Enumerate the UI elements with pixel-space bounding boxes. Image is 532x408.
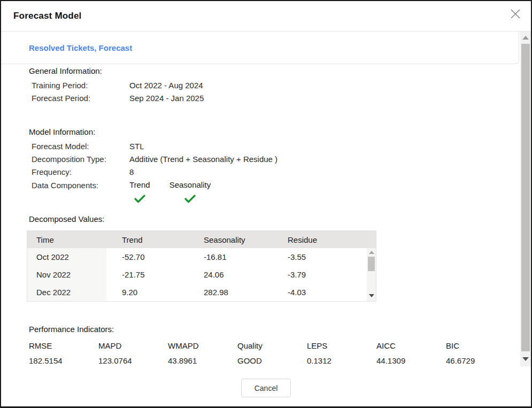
- check-icon: [134, 194, 145, 205]
- component-seasonality-name: Seasonality: [169, 180, 211, 190]
- performance-indicators-heading: Performance Indicators:: [29, 324, 531, 334]
- table-header-row: Time Trend Seasonality Residue: [27, 231, 376, 248]
- forecast-model-label: Forecast Model:: [29, 140, 129, 153]
- metric-quality: Quality GOOD: [237, 341, 307, 366]
- metric-label: MAPD: [98, 341, 168, 351]
- table-row: Dec 2022 9.20 282.98 -4.03: [27, 283, 367, 301]
- scroll-up-icon[interactable]: [522, 36, 529, 40]
- scrollbar-thumb[interactable]: [521, 44, 530, 351]
- dialog-footer: Cancel: [1, 368, 531, 406]
- cell-time: Dec 2022: [27, 283, 106, 301]
- col-header-residue: Residue: [272, 235, 376, 244]
- dialog-body: Resolved Tickets, Forecast General Infor…: [1, 32, 531, 368]
- model-information-heading: Model Information:: [29, 127, 531, 137]
- metric-label: LEPS: [307, 341, 376, 351]
- general-information-section: General Information: Training Period: Oc…: [1, 66, 531, 105]
- metric-value: 0.1312: [307, 356, 376, 366]
- frequency-label: Frequency:: [29, 166, 129, 179]
- training-period-row: Training Period: Oct 2022 - Aug 2024: [29, 79, 531, 92]
- decomposition-type-value: Additive (Trend + Seasonality + Residue …: [129, 153, 277, 166]
- forecast-period-value: Sep 2024 - Jan 2025: [129, 92, 204, 105]
- report-link[interactable]: Resolved Tickets, Forecast: [29, 43, 132, 52]
- table-row: Nov 2022 -21.75 24.06 -3.79: [27, 266, 367, 283]
- report-header-card: Resolved Tickets, Forecast: [1, 32, 519, 64]
- cell-time: Nov 2022: [27, 266, 106, 283]
- metric-value: 123.0764: [98, 356, 168, 366]
- metric-label: Quality: [237, 341, 307, 351]
- cancel-button[interactable]: Cancel: [241, 379, 291, 397]
- metric-label: BIC: [446, 341, 531, 351]
- cell-seasonality: -16.81: [188, 252, 272, 261]
- cell-seasonality: 24.06: [188, 270, 272, 279]
- general-information-heading: General Information:: [29, 66, 531, 76]
- cell-trend: 9.20: [106, 288, 188, 297]
- dialog-scrollbar[interactable]: [520, 32, 531, 366]
- metric-value: GOOD: [237, 356, 307, 366]
- col-header-time: Time: [27, 235, 106, 244]
- forecast-model-value: STL: [129, 140, 144, 153]
- scroll-down-icon[interactable]: [522, 357, 529, 361]
- cell-time: Oct 2022: [27, 248, 106, 266]
- cell-trend: -52.70: [106, 252, 188, 261]
- close-icon: [509, 7, 522, 22]
- table-row: Oct 2022 -52.70 -16.81 -3.55: [27, 248, 367, 266]
- metric-value: 44.1309: [376, 356, 446, 366]
- close-button[interactable]: [507, 6, 523, 22]
- forecast-period-label: Forecast Period:: [29, 92, 129, 105]
- forecast-period-row: Forecast Period: Sep 2024 - Jan 2025: [29, 92, 531, 105]
- training-period-label: Training Period:: [29, 79, 129, 92]
- component-trend: Trend: [129, 180, 150, 205]
- metric-aicc: AICC 44.1309: [376, 341, 446, 366]
- metric-mapd: MAPD 123.0764: [98, 341, 168, 366]
- decomposed-values-section: Decomposed Values: Time Trend Seasonalit…: [1, 214, 531, 302]
- data-components-row: Data Components: Trend Seasonality: [29, 180, 531, 205]
- col-header-seasonality: Seasonality: [188, 235, 272, 244]
- frequency-row: Frequency: 8: [29, 166, 531, 179]
- metric-bic: BIC 46.6729: [446, 341, 531, 366]
- check-icon: [184, 194, 196, 205]
- decomposed-values-table: Time Trend Seasonality Residue Oct 2022 …: [27, 230, 376, 302]
- component-trend-name: Trend: [129, 180, 150, 190]
- dialog-titlebar: Forecast Model: [1, 1, 531, 32]
- metric-wmapd: WMAPD 43.8961: [168, 341, 237, 366]
- model-information-section: Model Information: Forecast Model: STL D…: [1, 127, 531, 205]
- table-scroll-down-icon[interactable]: [369, 294, 374, 297]
- cell-residue: -4.03: [272, 288, 367, 297]
- decomposed-values-heading: Decomposed Values:: [27, 214, 531, 224]
- col-header-trend: Trend: [106, 235, 188, 244]
- metric-rmse: RMSE 182.5154: [29, 341, 98, 366]
- table-scrollbar[interactable]: [367, 248, 376, 301]
- data-components-label: Data Components:: [29, 180, 129, 205]
- decomposition-type-label: Decomposition Type:: [29, 153, 129, 166]
- frequency-value: 8: [129, 166, 134, 179]
- decomposition-type-row: Decomposition Type: Additive (Trend + Se…: [29, 153, 531, 166]
- cell-residue: -3.79: [272, 270, 367, 279]
- metric-label: RMSE: [29, 341, 98, 351]
- performance-indicators-section: Performance Indicators: RMSE 182.5154 MA…: [1, 324, 531, 366]
- dialog-title: Forecast Model: [13, 11, 82, 21]
- cell-trend: -21.75: [106, 270, 188, 279]
- table-body: Oct 2022 -52.70 -16.81 -3.55 Nov 2022 -2…: [27, 248, 376, 301]
- metric-value: 46.6729: [446, 356, 531, 366]
- cell-residue: -3.55: [272, 252, 367, 261]
- table-scroll-up-icon[interactable]: [369, 251, 374, 254]
- table-scrollbar-thumb[interactable]: [368, 257, 375, 271]
- forecast-model-row: Forecast Model: STL: [29, 140, 531, 153]
- metric-leps: LEPS 0.1312: [307, 341, 376, 366]
- training-period-value: Oct 2022 - Aug 2024: [129, 79, 203, 92]
- cell-seasonality: 282.98: [188, 288, 272, 297]
- metric-label: AICC: [376, 341, 446, 351]
- metric-value: 43.8961: [168, 356, 237, 366]
- component-seasonality: Seasonality: [169, 180, 211, 205]
- metric-label: WMAPD: [168, 341, 237, 351]
- metrics-grid: RMSE 182.5154 MAPD 123.0764 WMAPD 43.896…: [29, 341, 531, 366]
- metric-value: 182.5154: [29, 356, 98, 366]
- forecast-model-dialog: Forecast Model Resolved Tickets, Forecas…: [0, 0, 532, 408]
